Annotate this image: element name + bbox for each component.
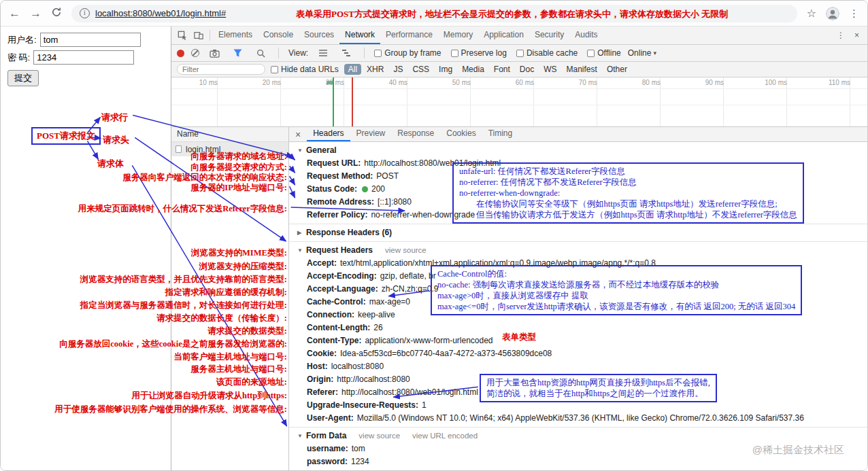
devtools-tab[interactable]: Application (478, 27, 529, 44)
triangle-open-icon[interactable]: ▼ (297, 244, 306, 257)
browser-menu-icon[interactable]: ⋮ (849, 7, 859, 20)
section-title[interactable]: Request Headers (306, 244, 373, 257)
section-title[interactable]: Form Data (306, 430, 346, 442)
site-info-icon[interactable]: i (80, 8, 90, 18)
devtools-tab[interactable]: Performance (380, 27, 438, 44)
toolbar-checkbox[interactable]: Group by frame (374, 48, 441, 58)
timeline-tick-label: 70 ms (534, 79, 597, 86)
toolbar-checkbox[interactable]: Offline (587, 48, 620, 58)
devtools-tab[interactable]: Sources (299, 27, 339, 44)
resource-filter-chip[interactable]: Manifest (563, 64, 601, 75)
detail-tab[interactable]: Headers (307, 127, 350, 141)
name-column-header[interactable]: Name (171, 127, 288, 142)
triangle-open-icon[interactable]: ▼ (297, 430, 306, 442)
search-icon[interactable] (252, 45, 269, 61)
view-label: View: (288, 48, 308, 58)
section-title[interactable]: General (306, 144, 337, 157)
resource-filter-chip[interactable]: JS (389, 64, 407, 75)
checkbox-icon[interactable] (587, 50, 595, 57)
form-data-section: ▼ Form Data view source view URL encoded… (289, 428, 867, 470)
view-waterfall-icon[interactable] (338, 45, 354, 61)
section-title[interactable]: Response Headers (6) (306, 226, 392, 239)
devtools-tab[interactable]: Audits (569, 27, 603, 44)
refresh-icon[interactable] (51, 7, 62, 20)
inspect-element-icon[interactable] (174, 27, 190, 43)
detail-tab[interactable]: Cookies (440, 127, 482, 141)
forward-icon[interactable]: → (30, 7, 41, 19)
resource-filter-chip[interactable]: Font (490, 64, 514, 75)
request-row[interactable]: login.html (171, 142, 288, 156)
view-list-icon[interactable] (315, 45, 331, 61)
header-row: Host:localhost:8080 (297, 360, 867, 373)
back-icon[interactable]: ← (9, 7, 20, 19)
toolbar-checkbox[interactable]: Preserve log (451, 48, 507, 58)
devtools-tab[interactable]: Elements (213, 27, 258, 44)
capture-screenshots-icon[interactable] (206, 45, 222, 61)
bookmark-star-icon[interactable]: ☆ (807, 7, 816, 20)
checkbox-icon[interactable] (271, 66, 278, 73)
request-list: Name login.html (171, 127, 289, 470)
devtools-tab-bar: ElementsConsoleSourcesNetworkPerformance… (171, 27, 867, 45)
form-data-row: password:1234 (297, 455, 867, 468)
resource-filter-chip[interactable]: XHR (363, 64, 388, 75)
status-ok-icon (362, 186, 368, 192)
request-name: login.html (186, 145, 220, 154)
clear-icon[interactable] (191, 49, 199, 57)
address-bar[interactable]: i localhost:8080/web01/login.html# 表单采用P… (71, 5, 797, 22)
detail-tab[interactable]: Response (391, 127, 440, 141)
password-field[interactable] (33, 50, 134, 65)
network-overview-timeline[interactable]: 10 ms20 ms30 ms40 ms50 ms60 ms70 ms80 ms… (171, 77, 867, 127)
submit-button[interactable]: 提交 (7, 70, 39, 86)
close-detail-icon[interactable]: × (289, 129, 307, 140)
resource-filter-chip[interactable]: WS (539, 64, 561, 75)
timeline-tick-label: 80 ms (597, 79, 661, 86)
checkbox-icon[interactable] (516, 50, 524, 57)
header-row: Accept:text/html,application/xhtml+xml,a… (297, 257, 867, 270)
filter-input[interactable] (177, 64, 265, 75)
timeline-tick-label: 40 ms (344, 79, 407, 86)
checkbox-icon[interactable] (374, 50, 382, 57)
url-text[interactable]: localhost:8080/web01/login.html# (95, 8, 226, 18)
throttling-dropdown[interactable]: Online ▾ (628, 48, 656, 58)
filter-funnel-icon[interactable] (229, 45, 246, 61)
triangle-open-icon[interactable]: ▼ (297, 144, 306, 157)
header-row: Cookie:Idea-a5cf53cd=6bc07740-4aa7-4272-… (297, 347, 867, 360)
hide-data-urls-checkbox[interactable]: Hide data URLs (271, 65, 339, 74)
triangle-closed-icon[interactable]: ▶ (297, 226, 306, 239)
detail-tab[interactable]: Timing (482, 127, 519, 141)
view-source-link[interactable]: view source (385, 244, 427, 257)
load-event-marker (352, 77, 353, 126)
devtools-close-icon[interactable]: × (854, 31, 859, 40)
view-url-encoded-link[interactable]: view URL encoded (412, 430, 478, 442)
resource-filter-chip[interactable]: Doc (516, 64, 538, 75)
resource-filter-chip[interactable]: CSS (408, 64, 433, 75)
detail-tab[interactable]: Preview (350, 127, 392, 141)
profile-avatar[interactable] (826, 7, 839, 20)
timeline-tick-label: 110 ms (787, 79, 850, 86)
page-content: 用户名: 密 码: 提交 (1, 27, 171, 470)
device-toolbar-icon[interactable] (190, 27, 207, 43)
timeline-divider (171, 88, 867, 89)
devtools-tab[interactable]: Console (258, 27, 299, 44)
header-row: Upgrade-Insecure-Requests:1 (297, 399, 867, 412)
view-source-link[interactable]: view source (358, 430, 400, 442)
record-icon[interactable] (177, 50, 184, 57)
resource-filter-chip[interactable]: All (344, 64, 361, 75)
header-row: Cache-Control:max-age=0 (297, 296, 867, 309)
resource-filter-chip[interactable]: Media (458, 64, 488, 75)
resource-filter-chip[interactable]: Other (603, 64, 631, 75)
toolbar-checkbox[interactable]: Disable cache (516, 48, 578, 58)
devtools-tab[interactable]: Security (529, 27, 569, 44)
header-row: Referrer Policy:no-referrer-when-downgra… (297, 209, 867, 222)
header-row: Accept-Language:zh-CN,zh;q=0.9 (297, 283, 867, 296)
network-toolbar: View: Group by framePreserve logDisable … (171, 45, 867, 62)
devtools-tab[interactable]: Network (339, 27, 380, 44)
resource-filter-chip[interactable]: Img (435, 64, 456, 75)
username-field[interactable] (40, 33, 141, 47)
header-row: Content-Type:application/x-www-form-urle… (297, 334, 867, 347)
devtools-tab[interactable]: Memory (438, 27, 478, 44)
checkbox-icon[interactable] (451, 50, 458, 57)
detail-tab-bar: × HeadersPreviewResponseCookiesTiming (289, 127, 867, 142)
devtools-menu-icon[interactable]: ⋮ (837, 31, 845, 40)
divider (210, 30, 210, 41)
